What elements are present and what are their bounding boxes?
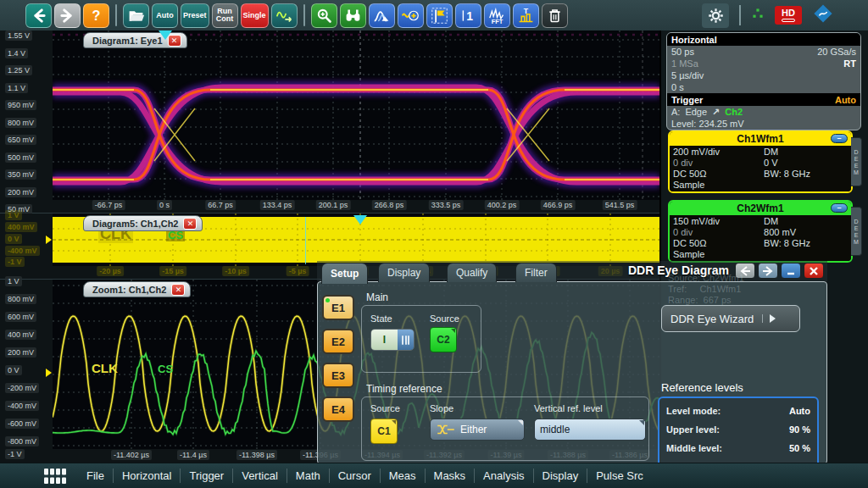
trigger-position-marker[interactable] <box>159 30 172 40</box>
menu-item-trigger[interactable]: Trigger <box>181 469 232 482</box>
smartgrid-menu-icon[interactable] <box>44 469 66 484</box>
reference-waveform-button[interactable]: 1 <box>455 3 481 28</box>
menu-item-vertical[interactable]: Vertical <box>233 469 287 482</box>
dialog-minimize-button[interactable] <box>781 263 801 279</box>
dialog-tab-filter[interactable]: Filter <box>515 263 557 282</box>
dialog-close-button[interactable] <box>804 263 824 279</box>
state-field-label: State <box>370 313 392 324</box>
eye-x-label: 333.5 ps <box>429 200 464 210</box>
channel-box-ch1wfm1[interactable]: Ch1Wfm1200 mV/divDM0 div0 VDC 50ΩBW: 8 G… <box>668 130 853 193</box>
flag-icon <box>431 7 448 25</box>
dialog-forward-button[interactable] <box>758 263 778 279</box>
menu-item-analysis[interactable]: Analysis <box>475 469 532 482</box>
horizontal-trigger-panel[interactable]: Horizontal 50 ps20 GSa/s 1 MSaRT 5 µs/di… <box>666 32 861 130</box>
channel-box-ch2wfm1[interactable]: Ch2Wfm1150 mV/divDM0 div800 mVDC 50ΩBW: … <box>668 200 853 263</box>
reference-level-label: Middle level: <box>666 443 722 453</box>
dialog-tab-display[interactable]: Display <box>378 263 430 282</box>
zoom1-y-label: -600 mV <box>5 419 39 429</box>
eye-diagram-plot[interactable] <box>53 30 659 200</box>
d5-y-label: -1 V <box>5 257 25 267</box>
eye-tab-e1[interactable]: E1 <box>322 295 354 320</box>
trigger-position-marker[interactable] <box>353 215 367 225</box>
channel1-offset-marker[interactable] <box>46 236 52 244</box>
hd-mode-badge: HD <box>775 6 802 25</box>
vref-field-label: Vertical ref. level <box>534 403 603 413</box>
help-button[interactable]: ? <box>83 3 109 28</box>
eye-y-label: 1.55 V <box>5 30 32 41</box>
ddr-eye-wizard-button[interactable]: DDR Eye Wizard <box>661 305 800 332</box>
eye-tab-e2[interactable]: E2 <box>322 329 354 354</box>
generator-button[interactable] <box>271 3 298 28</box>
reference-levels-title: Reference levels <box>661 381 743 394</box>
dialog-tab-setup[interactable]: Setup <box>321 263 368 284</box>
close-icon[interactable] <box>171 284 185 296</box>
eye-x-label: 400.2 ps <box>485 200 520 210</box>
single-button[interactable]: Single <box>241 3 269 28</box>
channel-box-title: Ch2Wfm1 <box>737 202 783 214</box>
d5-x-label: -5 µs <box>287 266 309 276</box>
menu-item-file[interactable]: File <box>78 469 113 482</box>
slope-dropdown[interactable]: Either <box>430 419 525 441</box>
state-toggle[interactable]: I <box>370 329 415 351</box>
menu-item-masks[interactable]: Masks <box>426 469 475 482</box>
eye-tab-e4[interactable]: E4 <box>322 396 354 422</box>
reference-level-label: Level mode: <box>666 406 721 416</box>
minimize-button[interactable] <box>831 203 848 213</box>
channel-info-left: DC 50Ω <box>673 238 764 249</box>
eye-x-label: 266.8 ps <box>372 200 407 210</box>
menu-item-horizontal[interactable]: Horizontal <box>114 469 181 482</box>
channel-side-tab[interactable]: DEEM <box>851 207 862 256</box>
menu-item-meas[interactable]: Meas <box>381 469 425 482</box>
side-tab-letter: M <box>854 239 859 245</box>
zoom-button[interactable] <box>311 3 337 28</box>
coupled-zoom-button[interactable] <box>398 3 424 28</box>
delete-button[interactable] <box>542 3 568 28</box>
main-source-button[interactable]: C2 <box>430 327 457 352</box>
fft-button[interactable]: FFT <box>484 3 510 28</box>
autoset-button[interactable]: Auto <box>152 3 178 28</box>
reference-levels-box[interactable]: Level mode:AutoUpper level:90 %Middle le… <box>658 396 819 473</box>
state-toggle-value: I <box>371 330 398 350</box>
svg-text:?: ? <box>92 8 101 23</box>
open-file-button[interactable] <box>123 3 149 28</box>
menu-item-display[interactable]: Display <box>534 469 587 482</box>
vertical-ref-level-dropdown[interactable]: middle <box>534 419 646 441</box>
settings-gear-button[interactable] <box>702 3 729 28</box>
channel-side-tab[interactable]: DEEM <box>851 137 862 186</box>
histogram-button[interactable]: T <box>513 3 539 28</box>
dialog-window-buttons <box>735 263 824 279</box>
resolution-value: 50 ps <box>671 47 694 57</box>
status-indicator-icon <box>751 7 765 24</box>
menu-item-pulse-src[interactable]: Pulse Src <box>587 469 652 482</box>
channel1-offset-marker[interactable] <box>46 369 52 377</box>
dialog-tab-qualify[interactable]: Qualify <box>447 263 497 282</box>
redo-button[interactable] <box>54 3 81 28</box>
brand-logo-icon <box>812 3 834 28</box>
search-button[interactable] <box>340 3 366 28</box>
overlay-waveform-button[interactable] <box>369 3 395 28</box>
eye-y-label: 350 mV <box>5 169 36 180</box>
zoom1-x-label: -11.402 µs <box>111 450 152 460</box>
menu-item-math[interactable]: Math <box>287 469 329 482</box>
reference-level-label: Upper level: <box>666 424 720 435</box>
reference-level-row: Upper level:90 % <box>659 420 817 439</box>
trash-icon <box>546 7 564 25</box>
minimize-button[interactable] <box>831 134 848 143</box>
close-icon[interactable] <box>183 218 197 230</box>
undo-button[interactable] <box>25 3 52 28</box>
channel-info-right: BW: 8 GHz <box>764 169 848 180</box>
tab-zoom1[interactable]: Zoom1: Ch1,Ch2 <box>83 281 191 297</box>
menu-item-cursor[interactable]: Cursor <box>330 469 380 482</box>
timing-source-button[interactable]: C1 <box>370 419 398 444</box>
run-cont-button[interactable]: Run Cont <box>212 3 238 28</box>
preset-button[interactable]: Preset <box>181 3 209 28</box>
tab-diagram5[interactable]: Diagram5: Ch1,Ch2 <box>83 215 203 231</box>
eye-tab-e3[interactable]: E3 <box>322 363 354 388</box>
annotation-flag-button[interactable] <box>426 3 453 28</box>
eye-x-label: -66.7 ps <box>92 200 125 210</box>
channel-info-row: DC 50ΩBW: 8 GHz <box>673 238 848 249</box>
channel-info-left: Sample <box>673 180 764 191</box>
trigger-header: TriggerAuto <box>667 93 860 106</box>
acquisition-mode-value: RT <box>843 58 856 69</box>
cursor-line[interactable] <box>305 217 306 264</box>
